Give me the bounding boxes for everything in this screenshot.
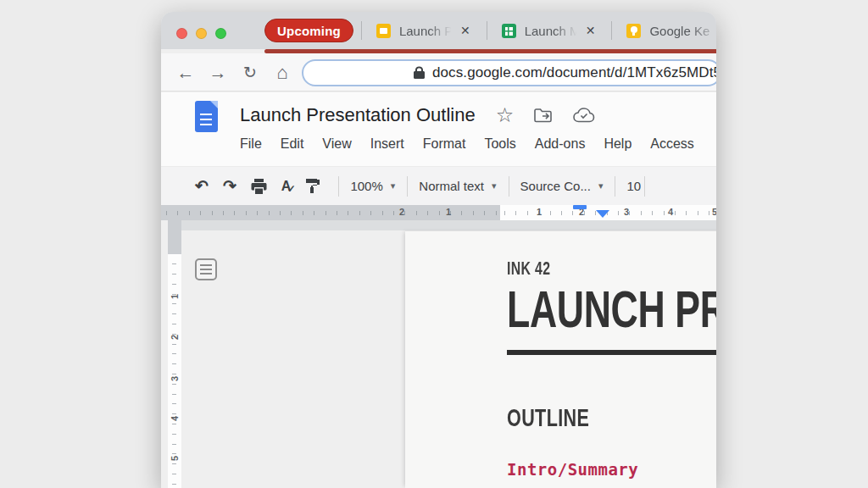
- browser-tab-bar: Upcoming Launch Pl ✕ Launch M ✕ G: [161, 12, 716, 49]
- menu-insert[interactable]: Insert: [370, 136, 404, 152]
- ruler-number: 5: [170, 452, 180, 464]
- ruler-number: 1: [537, 207, 542, 217]
- toolbar-separator: [338, 176, 339, 197]
- zoom-window-button[interactable]: [215, 28, 226, 39]
- menu-tools[interactable]: Tools: [484, 136, 515, 152]
- toolbar-separator: [509, 176, 509, 197]
- left-indent-marker[interactable]: [596, 210, 609, 218]
- docs-menu-bar: File Edit View Insert Format Tools Add-o…: [240, 136, 694, 152]
- desktop-background: Upcoming Launch Pl ✕ Launch M ✕ G: [0, 0, 868, 488]
- chevron-down-icon: ▾: [391, 180, 396, 191]
- browser-window: Upcoming Launch Pl ✕ Launch M ✕ G: [161, 12, 716, 488]
- url-text: docs.google.com/document/d/1MTx6z5MDt5oI…: [432, 64, 716, 81]
- tab-launch-metrics[interactable]: Launch M ✕: [495, 12, 604, 49]
- font-size-value[interactable]: 10: [626, 179, 641, 193]
- toolbar-separator: [615, 176, 615, 197]
- paragraph-style-select[interactable]: Normal text ▾: [419, 179, 496, 193]
- address-bar[interactable]: docs.google.com/document/d/1MTx6z5MDt5oI…: [302, 59, 716, 86]
- minimize-window-button[interactable]: [196, 28, 207, 39]
- tab-title: Launch Pl: [399, 24, 453, 38]
- menu-help[interactable]: Help: [604, 136, 632, 152]
- doc-section-heading[interactable]: OUTLINE: [507, 403, 664, 432]
- tab-launch-presentation[interactable]: Launch Pl ✕: [370, 12, 479, 49]
- print-icon[interactable]: [251, 179, 267, 194]
- ruler-number: 3: [170, 373, 180, 385]
- vertical-ruler-margin: [168, 220, 181, 254]
- toolbar-separator: [407, 176, 408, 197]
- tab-title: Google Ke: [649, 24, 716, 38]
- forward-button[interactable]: →: [205, 53, 231, 92]
- first-line-indent-marker[interactable]: [573, 205, 587, 209]
- document-outline-icon[interactable]: [195, 258, 217, 280]
- horizontal-ruler: 2 1 1 2 3 4 5: [161, 205, 716, 220]
- home-button[interactable]: ⌂: [270, 53, 295, 92]
- chevron-down-icon: ▾: [492, 180, 497, 191]
- google-keep-icon: [626, 24, 641, 38]
- ruler-number: 1: [170, 291, 180, 302]
- doc-eyebrow-text[interactable]: INK 42: [507, 258, 664, 280]
- docs-toolbar: ↶ ↷ A ✓ 100% ▾ Normal text ▾: [161, 167, 716, 205]
- redo-button[interactable]: ↷: [223, 176, 236, 196]
- ruler-number: 1: [446, 207, 451, 217]
- google-docs-logo-icon[interactable]: [195, 101, 218, 132]
- move-to-folder-icon[interactable]: [534, 108, 553, 123]
- tab-group-label-upcoming[interactable]: Upcoming: [264, 19, 353, 42]
- menu-edit[interactable]: Edit: [281, 136, 304, 152]
- paint-format-icon[interactable]: [305, 178, 320, 194]
- lock-icon: [414, 66, 425, 80]
- ruler-number: 4: [668, 207, 673, 217]
- tab-google-keep[interactable]: Google Ke: [620, 12, 716, 49]
- tab-separator: [361, 21, 362, 40]
- ruler-number: 5: [712, 207, 716, 217]
- page-top-gap: [181, 220, 716, 230]
- close-tab-icon[interactable]: ✕: [460, 24, 470, 37]
- zoom-select[interactable]: 100% ▾: [350, 179, 395, 193]
- document-page[interactable]: INK 42 LAUNCH PR OUTLINE Intro/Summary: [405, 230, 716, 488]
- ruler-number: 2: [170, 331, 180, 343]
- star-icon[interactable]: ☆: [496, 105, 515, 125]
- ruler-number: 4: [170, 413, 180, 424]
- browser-toolbar: ← → ↻ ⌂ docs.google.com/document/d/1MTx6…: [161, 53, 716, 92]
- close-tab-icon[interactable]: ✕: [586, 24, 596, 37]
- tab-separator: [611, 21, 612, 40]
- close-window-button[interactable]: [176, 28, 187, 39]
- undo-button[interactable]: ↶: [195, 176, 209, 196]
- toolbar-separator: [644, 176, 645, 197]
- menu-format[interactable]: Format: [423, 136, 466, 152]
- google-sheets-icon: [502, 24, 516, 38]
- window-controls: [176, 28, 226, 39]
- ruler-number: 3: [624, 207, 629, 217]
- doc-link-text[interactable]: Intro/Summary: [507, 460, 716, 479]
- reload-button[interactable]: ↻: [237, 53, 263, 92]
- menu-accessibility[interactable]: Access: [650, 136, 694, 152]
- docs-header: Launch Presentation Outline ☆ File Edit …: [161, 92, 716, 167]
- tab-title: Launch M: [525, 24, 579, 38]
- menu-addons[interactable]: Add-ons: [535, 136, 586, 152]
- doc-horizontal-rule: [507, 350, 716, 355]
- document-title[interactable]: Launch Presentation Outline: [240, 104, 476, 126]
- back-button[interactable]: ←: [173, 53, 198, 92]
- chevron-down-icon: ▾: [598, 180, 604, 191]
- menu-file[interactable]: File: [240, 136, 262, 152]
- vertical-ruler: 1 2 3 4 5: [168, 220, 181, 488]
- ruler-number: 2: [399, 207, 404, 217]
- cloud-saved-icon[interactable]: [573, 108, 595, 123]
- tab-separator: [487, 21, 487, 40]
- document-canvas: 1 2 3 4 5 INK 42 LAUNCH PR OUTLINE Intro…: [161, 220, 716, 488]
- font-select[interactable]: Source Co... ▾: [520, 179, 604, 193]
- menu-view[interactable]: View: [322, 136, 351, 152]
- spellcheck-icon[interactable]: A ✓: [281, 179, 292, 194]
- doc-main-title[interactable]: LAUNCH PR: [507, 282, 664, 336]
- google-slides-icon: [376, 24, 391, 38]
